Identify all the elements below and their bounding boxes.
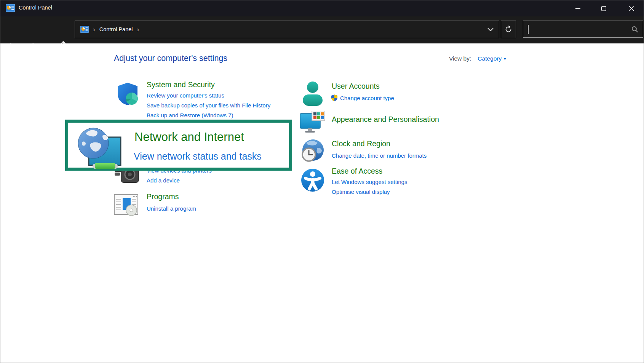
refresh-button[interactable] [501, 21, 516, 38]
programs-icon [114, 194, 139, 216]
link-windows-suggest-settings[interactable]: Let Windows suggest settings [332, 179, 407, 185]
content-area: Adjust your computer's settings View by:… [0, 43, 644, 363]
category-system-and-security[interactable]: System and Security [147, 80, 215, 89]
minimize-button[interactable] [567, 0, 588, 16]
control-panel-window: Control Panel [0, 0, 644, 363]
maximize-button[interactable] [593, 0, 614, 16]
system-security-shield-icon [116, 82, 139, 106]
search-box[interactable] [523, 21, 643, 38]
address-dropdown-icon[interactable] [487, 28, 494, 31]
view-by-value: Category [478, 55, 502, 62]
address-bar[interactable]: › Control Panel › [75, 21, 499, 38]
view-by-control: View by: Category ▾ [449, 55, 506, 62]
link-change-date-time-formats[interactable]: Change date, time or number formats [332, 152, 427, 159]
dropdown-caret-icon: ▾ [504, 57, 506, 61]
page-title: Adjust your computer's settings [114, 54, 227, 63]
close-icon [629, 6, 634, 11]
breadcrumb-chevron-icon: › [137, 26, 139, 33]
category-network-and-internet[interactable]: Network and Internet [134, 130, 244, 144]
link-change-account-type-label: Change account type [340, 95, 394, 101]
category-programs[interactable]: Programs [147, 192, 179, 201]
link-file-history[interactable]: Save backup copies of your files with Fi… [147, 102, 270, 109]
appearance-personalisation-icon [300, 111, 326, 134]
text-caret [528, 25, 529, 34]
maximize-icon [601, 6, 606, 11]
titlebar: Control Panel [0, 0, 644, 16]
link-change-account-type[interactable]: Change account type [331, 94, 394, 101]
category-clock-and-region[interactable]: Clock and Region [332, 139, 390, 148]
view-by-label: View by: [449, 55, 471, 62]
breadcrumb-control-panel-icon [80, 26, 89, 33]
search-input[interactable] [531, 26, 632, 32]
search-icon[interactable] [631, 26, 638, 33]
breadcrumb-control-panel[interactable]: Control Panel [99, 26, 133, 32]
clock-and-region-icon [300, 139, 324, 163]
network-and-internet-icon [77, 126, 121, 169]
minimize-icon [575, 6, 580, 11]
ease-of-access-icon [301, 168, 324, 192]
uac-shield-icon [331, 94, 338, 101]
category-appearance-personalisation[interactable]: Appearance and Personalisation [332, 115, 439, 124]
highlight-box-network-and-internet: Network and Internet View network status… [65, 120, 292, 171]
window-title: Control Panel [19, 5, 52, 11]
link-backup-restore[interactable]: Back up and Restore (Windows 7) [147, 112, 233, 118]
link-optimise-visual-display[interactable]: Optimise visual display [332, 189, 390, 195]
control-panel-icon [6, 4, 15, 12]
link-add-a-device[interactable]: Add a device [147, 177, 180, 184]
breadcrumb-chevron-icon: › [93, 26, 95, 33]
category-user-accounts[interactable]: User Accounts [332, 82, 380, 91]
link-review-computer-status[interactable]: Review your computer's status [147, 92, 224, 99]
user-accounts-icon [300, 81, 325, 106]
close-button[interactable] [619, 0, 644, 16]
view-by-dropdown[interactable]: Category ▾ [478, 55, 506, 62]
refresh-icon [505, 26, 512, 33]
navigation-bar: › Control Panel › [0, 16, 644, 43]
category-ease-of-access[interactable]: Ease of Access [332, 167, 382, 176]
link-view-network-status[interactable]: View network status and tasks [134, 151, 262, 162]
link-uninstall-a-program[interactable]: Uninstall a program [147, 205, 196, 212]
